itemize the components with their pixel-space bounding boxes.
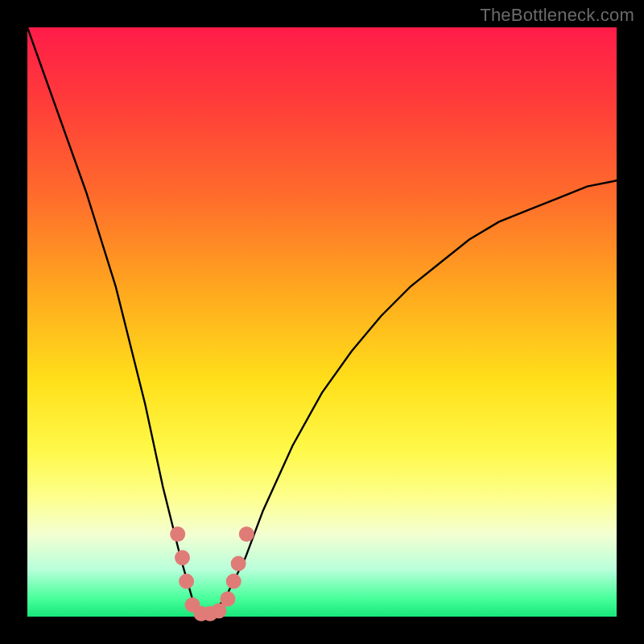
marker-dot [226,574,242,589]
curve-svg [27,27,617,617]
chart-frame: TheBottleneck.com [0,0,644,644]
marker-dot [179,574,194,589]
marker-dot [231,556,246,572]
marker-dot [220,592,235,607]
marker-dot [239,526,254,542]
plot-area [27,27,617,617]
bottleneck-curve [27,27,617,617]
highlight-markers [170,526,254,621]
marker-dot [175,550,190,565]
marker-dot [170,526,185,542]
watermark-text: TheBottleneck.com [480,5,634,26]
